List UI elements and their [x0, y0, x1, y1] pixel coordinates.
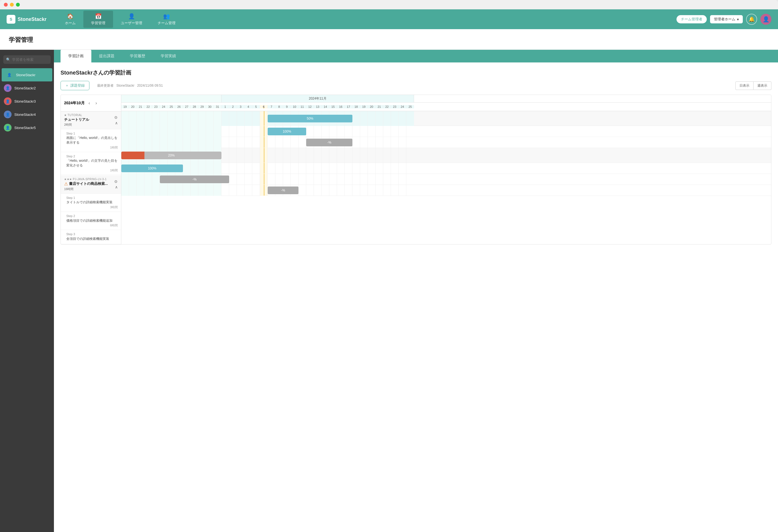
- nov-month-header: 2024年11月: [222, 95, 414, 102]
- username-u3: StoneStackr3: [14, 99, 36, 103]
- step2-1-num: Step 1: [66, 196, 118, 200]
- plan-toolbar: ＋ 課題登録 最終更新者 StoneStackr 2024/11/06 09:5…: [61, 81, 771, 90]
- gantt-container: 2024年10月 ‹ › ★ TUTORIAL チュートリアル 2時間: [61, 95, 771, 244]
- sidebar-item-user4[interactable]: 👤 StoneStackr4: [0, 108, 54, 121]
- bar-bookstore-main[interactable]: 20%: [121, 152, 222, 159]
- task-section-tutorial: ★ TUTORIAL チュートリアル 2時間 ⚙ ∧: [61, 111, 121, 129]
- gantt-row-tutorial: 50%: [121, 111, 771, 126]
- traffic-light-green[interactable]: [16, 3, 20, 7]
- step1-1-num: Step 1: [66, 132, 118, 136]
- day-nov-17: 17: [345, 105, 353, 108]
- tab-plan-label: 学習計画: [68, 54, 84, 58]
- sidebar-item-user3[interactable]: 👤 StoneStackr3: [0, 95, 54, 108]
- day-nov-25: 25: [406, 105, 414, 108]
- logo-area[interactable]: S StoneStackr: [7, 15, 51, 24]
- tutorial-label: ★ TUTORIAL チュートリアル 2時間: [64, 113, 89, 127]
- day-oct-25: 25: [167, 105, 175, 108]
- day-nov-18: 18: [353, 105, 360, 108]
- task-step-1-1: Step 1 画面に「Hello, world!」の見出しを表示する 1時間: [61, 129, 121, 152]
- day-oct-30: 30: [206, 105, 214, 108]
- gantt-left-header: 2024年10月 ‹ ›: [61, 95, 121, 111]
- username-u4: StoneStackr4: [14, 112, 36, 117]
- prev-month-button[interactable]: ‹: [87, 100, 92, 106]
- tutorial-name: チュートリアル: [64, 117, 89, 122]
- top-nav: S StoneStackr 🏠 ホーム 📅 学習管理 👤 ユーザー管理 👥 チー…: [0, 9, 778, 29]
- view-day-button[interactable]: 日表示: [735, 81, 754, 90]
- nav-item-teams[interactable]: 👥 チーム管理: [150, 11, 183, 28]
- search-icon: 🔍: [6, 58, 10, 62]
- page-title: 学習管理: [9, 36, 769, 44]
- step2-2-num: Step 2: [66, 214, 118, 218]
- team-badge: チーム管理者: [677, 15, 707, 23]
- task-section-bookstore: ★★★ PJ-JAVA-SPRING-LV-3-1 ⚠ 書店サイトの商品検索..…: [61, 175, 121, 194]
- nav-item-users[interactable]: 👤 ユーザー管理: [113, 11, 150, 28]
- step1-1-hours: 1時間: [66, 146, 118, 150]
- tab-history[interactable]: 学習履歴: [122, 50, 153, 63]
- day-nov-21: 21: [376, 105, 383, 108]
- view-week-button[interactable]: 週表示: [754, 81, 771, 90]
- day-oct-26: 26: [175, 105, 183, 108]
- expand-bookstore-button[interactable]: ∧: [115, 185, 118, 189]
- bookstore-label: ★★★ PJ-JAVA-SPRING-LV-3-1 ⚠ 書店サイトの商品検索..…: [64, 178, 108, 191]
- notification-button[interactable]: 🔔: [746, 14, 757, 25]
- gear-icon-tutorial[interactable]: ⚙: [114, 115, 118, 120]
- day-oct-27: 27: [183, 105, 190, 108]
- admin-home-button[interactable]: 管理者ホーム ▾: [710, 15, 743, 23]
- day-nov-12: 12: [306, 105, 314, 108]
- last-updated-label: 最終更新者: [97, 84, 113, 87]
- task-list: 2024年10月 ‹ › ★ TUTORIAL チュートリアル 2時間: [61, 95, 121, 244]
- plus-icon: ＋: [65, 83, 69, 88]
- step2-3-num: Step 3: [66, 232, 118, 236]
- task-step-1-2: Step 2 「Hello, world!」の文字の見た目を変化させる 1時間: [61, 152, 121, 175]
- gear-icon-bookstore[interactable]: ⚙: [114, 179, 118, 184]
- day-oct-29: 29: [199, 105, 206, 108]
- expand-tutorial-button[interactable]: ∧: [115, 121, 118, 125]
- day-oct-28: 28: [190, 105, 199, 108]
- tab-tasks-label: 提出課題: [99, 54, 114, 58]
- gantt-chart: 2024年11月 19 20: [121, 95, 771, 244]
- last-updated-user: StoneStackr: [116, 84, 134, 87]
- day-nov-10: 10: [291, 105, 299, 108]
- search-input[interactable]: [12, 58, 48, 62]
- tab-results[interactable]: 学習実績: [153, 50, 184, 63]
- nav-items: 🏠 ホーム 📅 学習管理 👤 ユーザー管理 👥 チーム管理: [57, 11, 677, 28]
- username-u5: StoneStackr5: [14, 126, 36, 130]
- day-nov-14: 14: [322, 105, 329, 108]
- task-step-2-3: Step 3 全項目での詳細検索機能実装: [61, 230, 121, 244]
- tab-tasks[interactable]: 提出課題: [91, 50, 122, 63]
- gantt-row-step2-1: 100%: [121, 163, 771, 174]
- nav-label-home: ホーム: [65, 21, 76, 25]
- bookstore-hours: 16時間: [64, 187, 108, 191]
- avatar-u3: 👤: [4, 97, 12, 105]
- bookstore-name: 書店サイトの商品検索...: [69, 181, 108, 186]
- nav-item-home[interactable]: 🏠 ホーム: [57, 11, 83, 28]
- day-nov-2: 2: [229, 105, 237, 108]
- nav-item-learning[interactable]: 📅 学習管理: [83, 11, 113, 28]
- admin-home-label: 管理者ホーム: [714, 17, 735, 22]
- day-nov-4: 4: [245, 105, 252, 108]
- tab-plan[interactable]: 学習計画: [61, 50, 91, 63]
- step1-1-name: 画面に「Hello, world!」の見出しを表示する: [66, 136, 118, 145]
- traffic-light-yellow[interactable]: [10, 3, 14, 7]
- day-nov-8: 8: [276, 105, 283, 108]
- content-panel: StoneStackrさんの学習計画 ＋ 課題登録 最終更新者 StoneSta…: [54, 63, 778, 532]
- day-oct-22: 22: [144, 105, 152, 108]
- sidebar-item-user5[interactable]: 👤 StoneStackr5: [0, 121, 54, 134]
- content-area: 学習計画 提出課題 学習履歴 学習実績 StoneStackrさんの学習計画: [54, 50, 778, 532]
- traffic-light-red[interactable]: [4, 3, 8, 7]
- search-box: 🔍: [3, 55, 51, 64]
- logo-text: StoneStackr: [18, 16, 47, 22]
- sidebar-item-user2[interactable]: 👤 StoneStackr2: [0, 81, 54, 95]
- avatar-button[interactable]: 👤: [760, 14, 771, 25]
- gantt-row-step1-2: -%: [121, 137, 771, 148]
- day-nov-5: 5: [252, 105, 260, 108]
- day-oct-23: 23: [152, 105, 160, 108]
- chevron-down-icon: ▾: [737, 17, 739, 21]
- last-updated-time: 2024/11/06 09:51: [137, 84, 163, 87]
- next-month-button[interactable]: ›: [94, 100, 98, 106]
- gantt-row-step2-2: -%: [121, 174, 771, 185]
- sidebar-item-user1[interactable]: 👤 StoneStackr: [2, 68, 52, 81]
- add-task-button[interactable]: ＋ 課題登録: [61, 81, 89, 90]
- task-step-2-1: Step 1 タイトルでの詳細検索機能実装 3時間: [61, 194, 121, 212]
- user-icon: 👤: [128, 13, 135, 19]
